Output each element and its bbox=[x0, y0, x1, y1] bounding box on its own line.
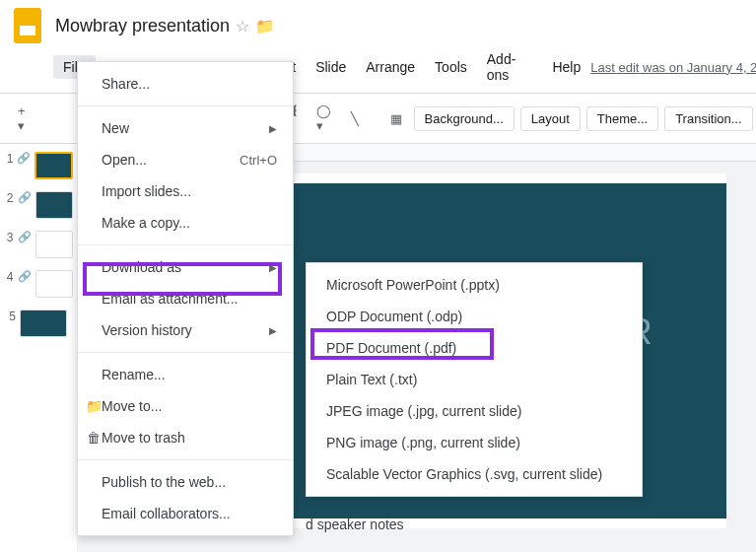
menu-item-move-to[interactable]: 📁Move to... bbox=[78, 390, 293, 422]
menu-item-email-collaborators[interactable]: Email collaborators... bbox=[78, 498, 293, 529]
download-jpeg[interactable]: JPEG image (.jpg, current slide) bbox=[307, 395, 642, 427]
menu-item-move-to-trash[interactable]: 🗑Move to trash bbox=[78, 422, 293, 453]
chevron-right-icon: ▶ bbox=[269, 262, 277, 273]
file-menu-dropdown: Share... New▶ Open...Ctrl+O Import slide… bbox=[77, 61, 294, 536]
separator bbox=[78, 459, 293, 460]
slide-thumbnails: 1🔗 2🔗 3🔗 4🔗 5 bbox=[0, 144, 77, 552]
thumb-number: 2 bbox=[4, 191, 14, 205]
link-icon: 🔗 bbox=[18, 270, 32, 283]
transition-button[interactable]: Transition... bbox=[664, 106, 752, 131]
slide-thumbnail[interactable] bbox=[35, 231, 73, 258]
folder-icon[interactable]: 📁 bbox=[255, 17, 275, 35]
separator bbox=[78, 244, 293, 245]
layout-button[interactable]: Layout bbox=[520, 106, 581, 131]
line-button[interactable]: ╲ bbox=[343, 107, 367, 130]
document-title[interactable]: Mowbray presentation bbox=[55, 16, 230, 36]
app-logo[interactable] bbox=[10, 8, 45, 43]
link-icon: 🔗 bbox=[17, 152, 31, 165]
download-pptx[interactable]: Microsoft PowerPoint (.pptx) bbox=[307, 269, 642, 301]
slide-thumbnail[interactable] bbox=[35, 191, 73, 219]
menu-item-download-as[interactable]: Download as▶ bbox=[78, 251, 293, 283]
chevron-right-icon: ▶ bbox=[269, 325, 277, 336]
theme-button[interactable]: Theme... bbox=[586, 106, 658, 131]
thumb-number: 5 bbox=[4, 310, 16, 323]
menu-item-publish-web[interactable]: Publish to the web... bbox=[78, 466, 293, 498]
menu-item-open[interactable]: Open...Ctrl+O bbox=[78, 144, 293, 175]
shape-button[interactable]: ◯ ▾ bbox=[309, 100, 339, 137]
slide-thumbnail[interactable] bbox=[20, 310, 67, 337]
thumb-number: 3 bbox=[4, 231, 14, 244]
download-png[interactable]: PNG image (.png, current slide) bbox=[307, 427, 642, 458]
download-svg[interactable]: Scalable Vector Graphics (.svg, current … bbox=[307, 458, 642, 490]
download-odp[interactable]: ODP Document (.odp) bbox=[307, 301, 642, 332]
menu-item-share[interactable]: Share... bbox=[78, 68, 293, 100]
folder-icon: 📁 bbox=[86, 398, 102, 414]
new-slide-button[interactable]: + ▾ bbox=[10, 100, 34, 137]
menu-arrange[interactable]: Arrange bbox=[356, 55, 425, 79]
menu-item-make-copy[interactable]: Make a copy... bbox=[78, 207, 293, 239]
menu-tools[interactable]: Tools bbox=[425, 55, 477, 79]
menu-slide[interactable]: Slide bbox=[306, 55, 356, 79]
link-icon: 🔗 bbox=[18, 191, 32, 204]
thumb-number: 1 bbox=[4, 152, 13, 166]
trash-icon: 🗑 bbox=[86, 430, 102, 446]
star-icon[interactable]: ☆ bbox=[236, 17, 249, 35]
background-button[interactable]: Background... bbox=[414, 106, 515, 131]
chevron-right-icon: ▶ bbox=[269, 123, 277, 134]
menu-help[interactable]: Help bbox=[542, 55, 590, 79]
download-as-submenu: Microsoft PowerPoint (.pptx) ODP Documen… bbox=[306, 262, 643, 497]
last-edit-link[interactable]: Last edit was on January 4, 20 bbox=[590, 60, 756, 75]
menu-addons[interactable]: Add-ons bbox=[477, 47, 543, 87]
menu-item-new[interactable]: New▶ bbox=[78, 112, 293, 144]
thumb-number: 4 bbox=[4, 270, 14, 284]
menu-item-version-history[interactable]: Version history▶ bbox=[78, 314, 293, 346]
download-pdf[interactable]: PDF Document (.pdf) bbox=[307, 332, 642, 364]
link-icon: 🔗 bbox=[18, 231, 32, 243]
shortcut-label: Ctrl+O bbox=[240, 153, 277, 168]
slide-thumbnail[interactable] bbox=[34, 152, 73, 179]
slide-thumbnail[interactable] bbox=[35, 270, 73, 298]
separator bbox=[78, 105, 293, 106]
separator bbox=[78, 352, 293, 353]
comment-button[interactable]: ▦ bbox=[382, 107, 410, 130]
menu-item-rename[interactable]: Rename... bbox=[78, 359, 293, 390]
menu-item-email-attachment[interactable]: Email as attachment... bbox=[78, 283, 293, 314]
menu-item-import-slides[interactable]: Import slides... bbox=[78, 175, 293, 207]
download-txt[interactable]: Plain Text (.txt) bbox=[307, 364, 642, 395]
speaker-notes-fragment: d speaker notes bbox=[306, 517, 404, 532]
